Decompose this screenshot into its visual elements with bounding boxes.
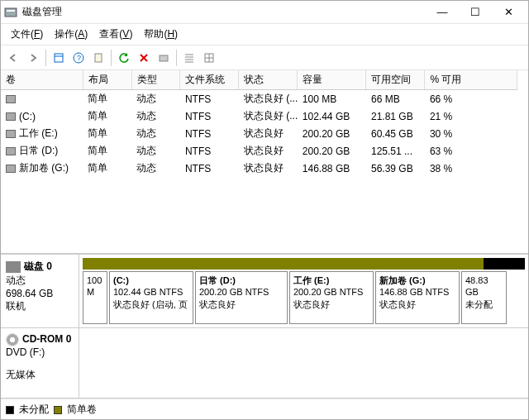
- volume-icon: [6, 147, 16, 155]
- legend: 未分配 简单卷: [1, 399, 528, 419]
- table-row[interactable]: 工作 (E:)简单动态NTFS状态良好200.20 GB60.45 GB30 %: [1, 125, 517, 142]
- app-icon: [4, 6, 17, 19]
- volume-icon: [6, 95, 16, 103]
- cdrom-icon: [6, 333, 19, 346]
- maximize-button[interactable]: ☐: [459, 2, 492, 22]
- col-capacity[interactable]: 容量: [298, 70, 366, 90]
- table-row[interactable]: (C:)简单动态NTFS状态良好 (...102.44 GB21.81 GB21…: [1, 107, 517, 125]
- properties-button[interactable]: [89, 49, 107, 67]
- menubar: 文件(F) 操作(A) 查看(V) 帮助(H): [1, 24, 528, 45]
- disk-0-header[interactable]: 磁盘 0 动态 698.64 GB 联机: [1, 255, 79, 327]
- legend-unallocated-swatch: [6, 406, 14, 414]
- partition-block[interactable]: 新加卷 (G:)146.88 GB NTFS状态良好: [375, 271, 460, 324]
- detail-view-button[interactable]: [200, 49, 218, 67]
- close-button[interactable]: ✕: [492, 2, 525, 22]
- back-button[interactable]: [4, 49, 22, 67]
- col-filesystem[interactable]: 文件系统: [180, 70, 239, 90]
- menu-view[interactable]: 查看(V): [94, 26, 137, 43]
- menu-action[interactable]: 操作(A): [50, 26, 93, 43]
- minimize-button[interactable]: —: [426, 2, 459, 22]
- menu-help[interactable]: 帮助(H): [139, 26, 183, 43]
- cdrom-0-header[interactable]: CD-ROM 0 DVD (F:) 无媒体: [1, 328, 79, 398]
- titlebar: 磁盘管理 — ☐ ✕: [1, 1, 528, 24]
- menu-file[interactable]: 文件(F): [6, 26, 48, 43]
- volume-icon: [6, 112, 16, 121]
- disk-management-window: 磁盘管理 — ☐ ✕ 文件(F) 操作(A) 查看(V) 帮助(H) ? 卷: [0, 0, 529, 420]
- col-free[interactable]: 可用空间: [366, 70, 425, 90]
- partition-block[interactable]: 48.83 GB未分配: [461, 271, 507, 324]
- col-status[interactable]: 状态: [239, 70, 298, 90]
- svg-rect-1: [7, 10, 15, 12]
- disk-graphical-view: 磁盘 0 动态 698.64 GB 联机 100 M(C:)102.44 GB …: [1, 254, 528, 419]
- volume-icon: [6, 130, 16, 138]
- table-row[interactable]: 日常 (D:)简单动态NTFS状态良好200.20 GB125.51 ...63…: [1, 142, 517, 160]
- table-row[interactable]: 新加卷 (G:)简单动态NTFS状态良好146.88 GB56.39 GB38 …: [1, 160, 517, 177]
- settings-button[interactable]: [50, 49, 68, 67]
- col-volume[interactable]: 卷: [1, 70, 83, 90]
- action-button[interactable]: [155, 49, 173, 67]
- disk-0-stripe: [83, 258, 525, 270]
- disk-icon: [6, 261, 21, 273]
- col-type[interactable]: 类型: [131, 70, 180, 90]
- svg-rect-6: [160, 55, 168, 61]
- legend-unallocated-label: 未分配: [19, 403, 49, 417]
- cdrom-0-row[interactable]: CD-ROM 0 DVD (F:) 无媒体: [1, 328, 528, 399]
- toolbar: ?: [1, 45, 528, 70]
- help-icon[interactable]: ?: [69, 49, 88, 67]
- svg-rect-5: [95, 54, 102, 62]
- delete-button[interactable]: [135, 49, 153, 67]
- forward-button[interactable]: [24, 49, 42, 67]
- disk-0-row[interactable]: 磁盘 0 动态 698.64 GB 联机 100 M(C:)102.44 GB …: [1, 255, 528, 328]
- svg-rect-2: [55, 54, 63, 62]
- legend-simple-label: 简单卷: [67, 403, 97, 417]
- partition-block[interactable]: (C:)102.44 GB NTFS状态良好 (启动, 页: [109, 271, 193, 324]
- partition-block[interactable]: 日常 (D:)200.20 GB NTFS状态良好: [195, 271, 288, 324]
- svg-rect-0: [5, 8, 17, 17]
- refresh-button[interactable]: [115, 49, 133, 67]
- list-view-button[interactable]: [180, 49, 198, 67]
- window-title: 磁盘管理: [22, 5, 426, 19]
- col-layout[interactable]: 布局: [83, 70, 131, 90]
- col-percent[interactable]: % 可用: [425, 70, 517, 90]
- volume-list[interactable]: 卷 布局 类型 文件系统 状态 容量 可用空间 % 可用 简单动态NTFS状态良…: [1, 70, 528, 254]
- volume-icon: [6, 165, 16, 173]
- svg-text:?: ?: [77, 54, 81, 62]
- legend-simple-swatch: [54, 406, 62, 414]
- partition-block[interactable]: 工作 (E:)200.20 GB NTFS状态良好: [289, 271, 374, 324]
- table-row[interactable]: 简单动态NTFS状态良好 (...100 MB66 MB66 %: [1, 90, 517, 108]
- partition-block[interactable]: 100 M: [83, 271, 107, 324]
